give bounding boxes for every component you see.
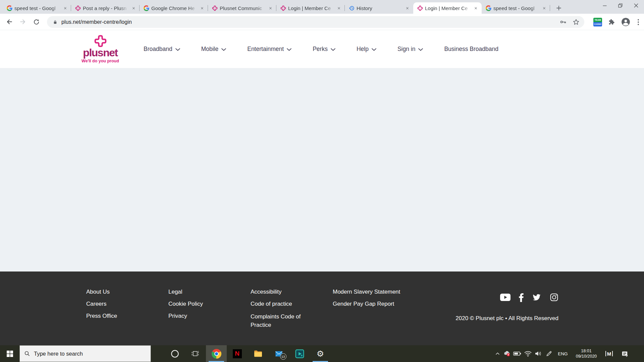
- nav-mobile[interactable]: Mobile: [201, 46, 226, 53]
- footer-link-code-of-practice[interactable]: Code of practice: [251, 300, 333, 308]
- browser-tab-strip: speed test - Googl Post a reply - Plusn …: [0, 0, 644, 14]
- battery-icon[interactable]: [512, 345, 522, 362]
- close-icon[interactable]: [62, 5, 68, 11]
- footer-link-privacy[interactable]: Privacy: [168, 312, 251, 320]
- taskbar-search-box[interactable]: Type here to search: [19, 345, 151, 362]
- close-icon[interactable]: [130, 5, 137, 11]
- close-icon: [634, 3, 638, 8]
- tab-speed-test-2[interactable]: speed test - Googl: [482, 2, 550, 14]
- task-view-button[interactable]: [185, 345, 206, 362]
- nav-help[interactable]: Help: [357, 46, 376, 53]
- tab-speed-test-1[interactable]: speed test - Googl: [3, 2, 71, 14]
- footer-link-gender-pay-gap[interactable]: Gender Pay Gap Report: [333, 300, 415, 308]
- tab-title: Google Chrome He: [151, 5, 197, 11]
- twitter-icon[interactable]: [532, 293, 541, 301]
- footer-link-careers[interactable]: Careers: [86, 300, 168, 308]
- close-icon[interactable]: [336, 5, 342, 11]
- back-arrow-icon: [6, 18, 13, 25]
- footer-link-complaints-code[interactable]: Complaints Code of Practice: [251, 312, 307, 329]
- close-window-button[interactable]: [628, 0, 644, 11]
- tab-post-a-reply[interactable]: Post a reply - Plusn: [71, 2, 140, 14]
- instagram-icon[interactable]: [550, 293, 558, 302]
- footer-link-modern-slavery[interactable]: Modern Slavery Statement: [333, 288, 415, 296]
- tab-chrome-help[interactable]: Google Chrome He: [140, 2, 208, 14]
- nav-sign-in[interactable]: Sign in: [397, 46, 423, 53]
- tab-title: Login | Member Ce: [425, 5, 471, 11]
- nav-label: Mobile: [201, 46, 219, 53]
- minimize-button[interactable]: [597, 0, 612, 11]
- plusnet-favicon: [280, 5, 286, 11]
- language-indicator[interactable]: ENG: [555, 345, 571, 362]
- lock-icon: [53, 19, 57, 25]
- new-tab-button[interactable]: [554, 3, 564, 13]
- start-button[interactable]: [0, 345, 19, 362]
- taskbar-mail-button[interactable]: 13: [268, 345, 289, 362]
- google-favicon: [7, 5, 12, 11]
- nav-entertainment[interactable]: Entertainment: [247, 46, 291, 53]
- tab-title: Login | Member Ce: [288, 5, 334, 11]
- extensions-puzzle-icon[interactable]: [608, 18, 615, 26]
- plusnet-logo[interactable]: plusnet We'll do you proud: [82, 35, 119, 63]
- footer-link-accessibility[interactable]: Accessibility: [251, 288, 333, 296]
- tray-monogram-icon[interactable]: M: [602, 345, 616, 362]
- facebook-icon[interactable]: [519, 293, 524, 302]
- tab-history[interactable]: History: [345, 2, 413, 14]
- taskbar-clock[interactable]: 18:01 09/10/2020: [571, 348, 602, 359]
- nav-label: Sign in: [397, 46, 416, 53]
- page-content-area: [0, 68, 644, 272]
- cortana-button[interactable]: [164, 345, 185, 362]
- chevron-down-icon: [372, 48, 376, 51]
- volume-icon[interactable]: [533, 345, 543, 362]
- reload-button[interactable]: [32, 17, 41, 26]
- address-bar[interactable]: plus.net/member-centre/login: [47, 16, 584, 28]
- footer-link-about-us[interactable]: About Us: [86, 288, 168, 296]
- clock-date: 09/10/2020: [571, 354, 602, 359]
- close-icon[interactable]: [541, 5, 547, 11]
- omnibox-actions: [560, 16, 580, 28]
- cortana-icon: [170, 349, 179, 358]
- social-icons: [455, 292, 558, 302]
- footer-link-legal[interactable]: Legal: [168, 288, 251, 296]
- profile-avatar[interactable]: [621, 17, 630, 26]
- onedrive-error-icon[interactable]: [502, 345, 512, 362]
- restore-button[interactable]: [612, 0, 628, 11]
- footer-column-reports: Modern Slavery Statement Gender Pay Gap …: [333, 288, 415, 334]
- taskbar-video-editor-button[interactable]: [289, 345, 310, 362]
- chevron-down-icon: [331, 48, 335, 51]
- footer-column-legal: Legal Cookie Policy Privacy: [168, 288, 251, 334]
- copyright-text: 2020 © Plusnet plc • All Rights Reserved: [455, 315, 558, 322]
- team-casino-extension-icon[interactable]: TEAM CASINO: [593, 18, 602, 26]
- taskbar-netflix-button[interactable]: N: [227, 345, 248, 362]
- history-icon: [349, 5, 355, 11]
- plusnet-cross-icon: [94, 35, 107, 48]
- nav-broadband[interactable]: Broadband: [144, 46, 180, 53]
- nav-perks[interactable]: Perks: [313, 46, 335, 53]
- nav-label: Business Broadband: [444, 46, 498, 53]
- chevron-down-icon: [221, 48, 226, 51]
- close-icon[interactable]: [199, 5, 205, 11]
- back-button[interactable]: [5, 17, 14, 26]
- tray-chevron-up-icon[interactable]: [492, 345, 502, 362]
- footer-link-cookie-policy[interactable]: Cookie Policy: [168, 300, 251, 308]
- close-icon[interactable]: [473, 5, 479, 11]
- footer-link-columns: About Us Careers Press Office Legal Cook…: [86, 288, 415, 334]
- nav-business-broadband[interactable]: Business Broadband: [444, 46, 498, 53]
- footer-link-press-office[interactable]: Press Office: [86, 312, 168, 320]
- close-icon[interactable]: [404, 5, 411, 11]
- action-center-icon[interactable]: [616, 345, 633, 362]
- monogram-letter: M: [607, 351, 611, 357]
- windows-ink-pen-icon[interactable]: [543, 345, 555, 362]
- taskbar-file-explorer-button[interactable]: [248, 345, 268, 362]
- browser-menu-dots-icon[interactable]: [636, 19, 641, 25]
- tab-login-member-centre-active[interactable]: Login | Member Ce: [413, 2, 482, 14]
- wifi-icon[interactable]: [522, 345, 533, 362]
- tab-login-member-centre-1[interactable]: Login | Member Ce: [276, 2, 345, 14]
- forward-button[interactable]: [18, 17, 28, 26]
- taskbar-chrome-button[interactable]: [206, 345, 227, 362]
- tab-plusnet-community[interactable]: Plusnet Communic: [208, 2, 276, 14]
- close-icon[interactable]: [267, 5, 274, 11]
- bookmark-star-icon[interactable]: [573, 18, 580, 25]
- youtube-icon[interactable]: [500, 294, 511, 301]
- taskbar-settings-button[interactable]: ⚙: [310, 345, 331, 362]
- password-key-icon[interactable]: [560, 18, 567, 25]
